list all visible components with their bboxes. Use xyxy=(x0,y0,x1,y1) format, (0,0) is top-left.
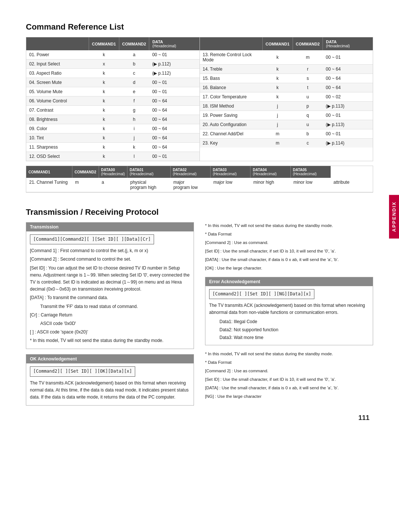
table-row: m xyxy=(262,129,293,139)
protocol-right-col: * In this model, TV will not send the st… xyxy=(205,222,373,411)
table-row: 00 ~ 64 xyxy=(323,83,373,92)
channel-col-header: COMMAND2 xyxy=(72,166,99,178)
table-row: (▶ p.114) xyxy=(323,139,373,148)
table-row: a xyxy=(119,50,149,60)
table-row: k xyxy=(89,106,119,115)
error-footer-notes: * In this model, TV will not send the st… xyxy=(205,350,373,400)
table-row: k xyxy=(89,133,119,143)
error-footer-note: [NG] : Use the large character xyxy=(205,393,373,400)
table-row: (▶ p.112) xyxy=(149,69,200,78)
transmission-line: * In this model, TV will not send the st… xyxy=(30,337,190,344)
right-note: * In this model, TV will not send the st… xyxy=(205,222,373,229)
col-cmd1-right: COMMAND1 xyxy=(262,37,293,50)
table-row: i xyxy=(119,124,149,133)
table-row: d xyxy=(119,78,149,87)
table-row: k xyxy=(262,92,293,102)
table-row: 00 ~ 64 xyxy=(149,115,200,124)
channel-col-header: COMMAND1 xyxy=(26,166,72,178)
table-row: 00 ~ 01 xyxy=(323,50,373,65)
command-reference-section: Command Reference List COMMAND1 COMMAND2… xyxy=(26,22,373,193)
table-row: s xyxy=(293,74,323,83)
table-row: j xyxy=(262,102,293,111)
table-row: c xyxy=(119,69,149,78)
transmission-content: [Command1][Command2][ ][Set ID][ ][Data]… xyxy=(26,231,194,349)
table-row: 00 ~ 64 xyxy=(149,133,200,143)
error-ack-content: [Command2][ ][Set ID][ ][NG][Data][x] Th… xyxy=(205,286,373,345)
error-ack-formula: [Command2][ ][Set ID][ ][NG][Data][x] xyxy=(209,289,314,299)
right-note: * Data Format xyxy=(205,231,373,238)
table-row: 10. Tint xyxy=(26,133,89,143)
table-row: u xyxy=(293,120,323,129)
table-row: k xyxy=(119,143,149,152)
table-row: (▶ p.113) xyxy=(323,120,373,129)
transmission-line: [Cr] : Carriage Return xyxy=(30,312,190,319)
table-row: 14. Treble xyxy=(200,65,263,74)
channel-cmd1: m xyxy=(72,178,99,192)
table-row: k xyxy=(89,115,119,124)
channel-data01: majorprogram low xyxy=(170,178,210,192)
transmission-line: [ ] : ASCII code 'space (0x20)' xyxy=(30,329,190,336)
table-row: 04. Screen Mute xyxy=(26,78,89,87)
col-item-right xyxy=(200,37,263,50)
table-row: q xyxy=(293,111,323,120)
table-row: k xyxy=(89,50,119,60)
table-row: f xyxy=(119,96,149,106)
right-note: [Set ID] : Use the small character, if s… xyxy=(205,248,373,255)
error-ack-body: The TV transmits ACK (acknowledgement) b… xyxy=(209,302,369,316)
table-row: 00 ~ 64 xyxy=(149,96,200,106)
col-cmd2-right: COMMAND2 xyxy=(293,37,323,50)
channel-data04: minor low xyxy=(290,178,330,192)
ok-ack-formula: [Command2][ ][Set ID][ ][OK][Data][x] xyxy=(30,366,135,376)
table-row: 00 ~ 01 xyxy=(149,50,200,60)
table-row: u xyxy=(293,92,323,102)
table-row: 22. Channel Add/Del xyxy=(200,129,263,139)
table-row: 19. Power Saving xyxy=(200,111,263,120)
table-row: 00 ~ 01 xyxy=(323,111,373,120)
col-data-left: DATA(Hexadecimal) xyxy=(149,37,200,50)
right-note: [DATA] : Use the small character, if dat… xyxy=(205,256,373,263)
error-footer-note: * Data Format xyxy=(205,359,373,366)
table-row: k xyxy=(89,143,119,152)
cmd-ref-title: Command Reference List xyxy=(26,22,373,32)
transmission-formula: [Command1][Command2][ ][Set ID][ ][Data]… xyxy=(30,234,154,244)
channel-col-header: DATA03(Hexadecimal) xyxy=(211,166,250,178)
error-footer-note: [Set ID] : Use the small character, if s… xyxy=(205,376,373,383)
error-footer-note: [DATA] : Use the small character, if dat… xyxy=(205,384,373,392)
table-row: 05. Volume Mute xyxy=(26,87,89,96)
transmission-line: Transmit the 'FF' data to read status of… xyxy=(30,303,190,310)
table-row: j xyxy=(262,111,293,120)
table-row: k xyxy=(262,50,293,65)
table-row: 00 ~ 02 xyxy=(323,92,373,102)
table-row: 11. Sharpness xyxy=(26,143,89,152)
table-row: c xyxy=(293,139,323,148)
col-data-right: DATA(Hexadecimal) xyxy=(323,37,373,50)
table-row: (▶ p.112) xyxy=(149,60,200,69)
protocol-left-col: Transmission [Command1][Command2][ ][Set… xyxy=(26,222,194,411)
ok-ack-body: The TV transmits ACK (acknowledgement) b… xyxy=(30,380,190,401)
right-notes: * In this model, TV will not send the st… xyxy=(205,222,373,272)
command-table-right: COMMAND1 COMMAND2 DATA(Hexadecimal) 13. … xyxy=(200,37,373,161)
channel-data02: major low xyxy=(211,178,250,192)
table-row: p xyxy=(293,102,323,111)
error-items: Data1: Illegal CodeData2: Not supported … xyxy=(209,318,369,341)
table-row: j xyxy=(119,133,149,143)
table-row: 02. Input Select xyxy=(26,60,89,69)
table-row: 15. Bass xyxy=(200,74,263,83)
table-row: b xyxy=(293,129,323,139)
table-row: g xyxy=(119,106,149,115)
channel-tuning-table: COMMAND1COMMAND2DATA00(Hexadecimal)DATA0… xyxy=(26,166,373,193)
table-row: l xyxy=(119,152,149,161)
table-row: 23. Key xyxy=(200,139,263,148)
channel-col-header: DATA02(Hexadecimal) xyxy=(170,166,210,178)
table-row: k xyxy=(89,78,119,87)
table-row: 12. OSD Select xyxy=(26,152,89,161)
table-row: k xyxy=(89,96,119,106)
appendix-tab: APPENDIX xyxy=(389,194,399,238)
transmission-line: [Command 1] : First command to control t… xyxy=(30,247,190,254)
table-row: 00 ~ 64 xyxy=(323,65,373,74)
ok-ack-header: OK Acknowledgement xyxy=(26,355,194,363)
transmission-header: Transmission xyxy=(26,223,194,231)
table-row: 00 ~ 64 xyxy=(149,124,200,133)
table-row: 13. Remote Control Lock Mode xyxy=(200,50,263,65)
right-note: [OK] : Use the large character. xyxy=(205,265,373,272)
